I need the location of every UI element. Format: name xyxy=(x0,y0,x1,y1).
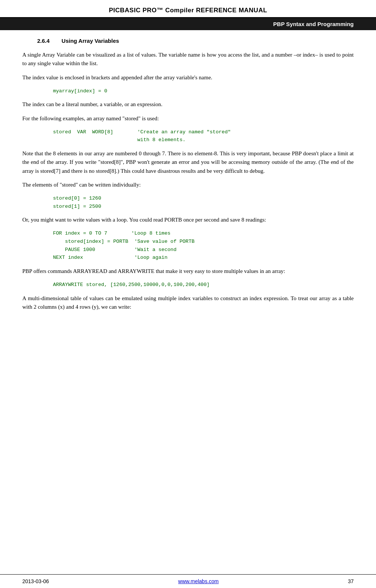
section-heading: 2.6.4 Using Array Variables xyxy=(22,38,354,44)
paragraph-7: Or, you might want to write values with … xyxy=(22,216,354,224)
paragraph-9: A multi-dimensional table of values can … xyxy=(22,294,354,312)
paragraph-6: The elements of "stored" can be written … xyxy=(22,181,354,189)
code-block-5: ARRAYWRITE stored, [1260,2500,10000,0,0,… xyxy=(41,281,354,289)
paragraph-8: PBP offers commands ARRAYREAD and ARRAYW… xyxy=(22,267,354,276)
footer-date: 2013-03-06 xyxy=(22,578,49,584)
paragraph-5: Note that the 8 elements in our array ar… xyxy=(22,149,354,175)
section-number: 2.6.4 xyxy=(37,38,49,44)
paragraph-3: The index can be a literal number, a var… xyxy=(22,100,354,109)
footer-page-number: 37 xyxy=(348,578,354,584)
section-title: Using Array Variables xyxy=(62,38,119,44)
footer-url[interactable]: www.melabs.com xyxy=(178,578,219,584)
paragraph-2: The index value is enclosed in brackets … xyxy=(22,73,354,82)
code-block-3: stored[0] = 1260 stored[1] = 2500 xyxy=(41,194,354,210)
paragraph-1: A single Array Variable can be visualize… xyxy=(22,51,354,68)
page-title: PICBASIC PRO™ Compiler REFERENCE MANUAL xyxy=(109,7,267,14)
code-block-4: FOR index = 0 TO 7 'Loop 8 times stored[… xyxy=(41,229,354,261)
paragraph-4: For the following examples, an array nam… xyxy=(22,114,354,123)
code-block-1: myarray[index] = 0 xyxy=(41,87,354,95)
code-block-2: stored VAR WORD[8] 'Create an array name… xyxy=(41,128,354,144)
banner-text: PBP Syntax and Programming xyxy=(273,21,354,27)
section-banner: PBP Syntax and Programming xyxy=(0,18,376,30)
page-footer: 2013-03-06 www.melabs.com 37 xyxy=(0,574,376,588)
